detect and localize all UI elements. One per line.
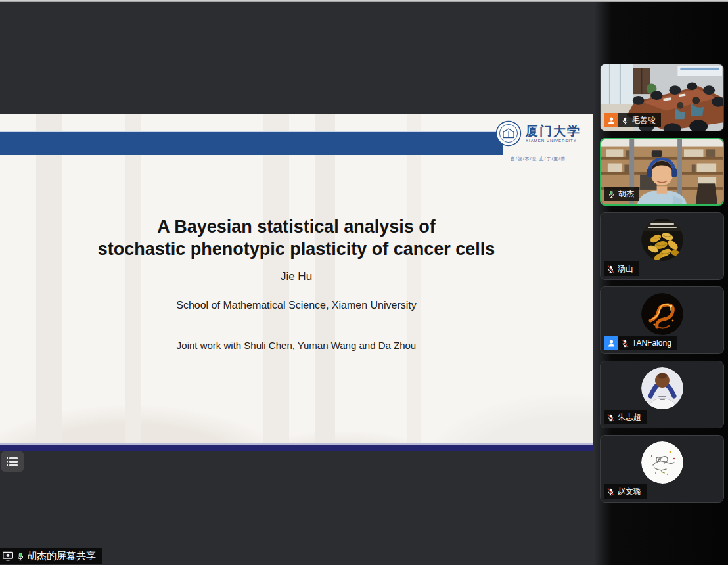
participant-tile-tanfalong[interactable]: TANFalong: [600, 286, 724, 354]
participant-tile-zhao-wenlu[interactable]: 赵文璐: [600, 435, 724, 503]
logo-motto: 自/强/不/息 止/于/至/善: [495, 156, 581, 162]
list-icon: [7, 457, 18, 467]
microphone-speaking-icon: [607, 189, 616, 199]
participant-name: 毛善骏: [632, 115, 656, 126]
participant-name: 胡杰: [618, 189, 634, 200]
xiamen-university-logo: 厦门大学 XIAMEN UNIVERSITY 自/强/不/息 止/于/至/善: [495, 120, 581, 162]
screen-share-label: 胡杰的屏幕共享: [27, 550, 96, 562]
logo-english-name: XIAMEN UNIVERSITY: [526, 139, 581, 143]
participant-avatar: [641, 293, 683, 335]
microphone-muted-icon: [606, 487, 615, 497]
slide-title-line1: A Bayesian statistical analysis of: [0, 216, 593, 238]
slide-thumbnails-button[interactable]: [1, 451, 24, 472]
shared-screen-area: 厦门大学 XIAMEN UNIVERSITY 自/强/不/息 止/于/至/善 A…: [0, 2, 595, 565]
screen-share-icon: [2, 551, 14, 562]
meeting-window: 厦门大学 XIAMEN UNIVERSITY 自/强/不/息 止/于/至/善 A…: [0, 0, 728, 565]
slide-title-line2: stochastic phenotypic plasticity of canc…: [0, 238, 593, 261]
microphone-icon: [621, 116, 629, 125]
participant-tile-mao-shanjun[interactable]: 毛善骏: [600, 64, 724, 131]
presentation-slide: 厦门大学 XIAMEN UNIVERSITY 自/强/不/息 止/于/至/善 A…: [0, 114, 593, 451]
participant-name: 朱志超: [618, 412, 641, 423]
participant-avatar: [641, 441, 683, 484]
profile-badge-icon: [604, 113, 618, 127]
participant-avatar: [641, 367, 683, 409]
participant-avatar: [641, 219, 683, 261]
participant-nameplate: 胡杰: [604, 187, 639, 201]
participant-nameplate: 汤山: [604, 261, 639, 276]
participant-tile-zhu-zhichao[interactable]: 朱志超: [600, 361, 724, 428]
microphone-muted-icon: [606, 413, 615, 422]
slide-affiliation: School of Mathematical Science, Xiamen U…: [0, 300, 593, 311]
university-seal-icon: [495, 120, 522, 147]
microphone-muted-icon: [606, 264, 615, 274]
participant-nameplate: 朱志超: [604, 410, 647, 424]
participants-sidebar: 毛善骏: [595, 0, 728, 565]
slide-footer-bar: [0, 443, 593, 451]
slide-title: A Bayesian statistical analysis of stoch…: [0, 216, 593, 261]
logo-chinese-name: 厦门大学: [526, 125, 581, 137]
participant-name: 赵文璐: [618, 486, 641, 497]
participant-nameplate: 毛善骏: [604, 113, 661, 127]
participant-nameplate: TANFalong: [604, 336, 677, 350]
screen-share-indicator: 胡杰的屏幕共享: [0, 548, 102, 564]
window-top-edge: [0, 0, 728, 2]
participant-tile-tang-shan[interactable]: 汤山: [600, 212, 724, 280]
participant-nameplate: 赵文璐: [604, 484, 647, 499]
microphone-muted-icon: [621, 338, 629, 348]
slide-author: Jie Hu: [0, 270, 593, 283]
participant-name: TANFalong: [632, 338, 671, 348]
slide-header-bar: [0, 132, 503, 155]
profile-badge-icon: [604, 336, 618, 350]
participant-name: 汤山: [618, 263, 633, 275]
slide-joint-work: Joint work with Shuli Chen, Yuman Wang a…: [0, 340, 593, 351]
participant-tile-hu-jie-active-speaker[interactable]: 胡杰: [600, 138, 724, 206]
microphone-active-icon: [16, 551, 25, 562]
